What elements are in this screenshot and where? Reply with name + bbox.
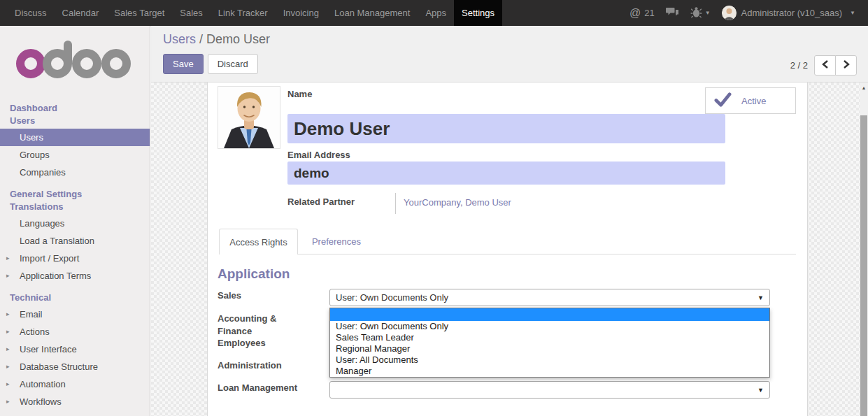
expand-arrow-icon: ▸ — [6, 358, 10, 375]
sales-option-sales-team-leader[interactable]: Sales Team Leader — [330, 332, 769, 343]
chevron-right-icon — [843, 59, 850, 72]
pager-value: 2 / 2 — [790, 60, 808, 71]
sales-options-dropdown: User: Own Documents Only Sales Team Lead… — [329, 308, 770, 378]
save-button[interactable]: Save — [163, 54, 204, 74]
breadcrumb-current: Demo User — [206, 32, 270, 46]
sales-select[interactable]: User: Own Documents Only ▼ — [329, 289, 770, 306]
breadcrumb-users-link[interactable]: Users — [163, 32, 196, 46]
tabs-divider — [219, 254, 796, 254]
sidebar-item-email[interactable]: ▸ Email — [0, 306, 150, 323]
sidebar-item-database-structure[interactable]: ▸ Database Structure — [0, 358, 150, 375]
record-pager: 2 / 2 — [790, 55, 857, 76]
loan-management-field-label: Loan Management — [218, 382, 297, 393]
nav-item-sales[interactable]: Sales — [172, 0, 211, 26]
email-input[interactable]: demo — [287, 162, 725, 185]
sidebar-item-import-export[interactable]: ▸ Import / Export — [0, 250, 150, 267]
user-menu[interactable]: Administrator (v10_saas) ▼ — [722, 6, 855, 20]
nav-item-loan-management[interactable]: Loan Management — [327, 0, 418, 26]
tab-access-rights[interactable]: Access Rights — [219, 229, 298, 254]
dropdown-arrow-icon: ▼ — [757, 294, 764, 301]
check-icon — [714, 92, 732, 110]
pager-next-button[interactable] — [835, 55, 857, 76]
discard-button[interactable]: Discard — [208, 54, 258, 74]
sales-option-manager[interactable]: Manager — [330, 366, 769, 377]
application-heading: Application — [218, 266, 290, 282]
sidebar-item-label: Email — [20, 309, 43, 320]
accounting-finance-field-label: Accounting & Finance — [218, 313, 294, 338]
chat-icon[interactable] — [666, 7, 679, 20]
bug-menu[interactable]: ▼ — [690, 6, 711, 20]
bug-icon — [690, 6, 702, 20]
chevron-left-icon — [822, 59, 829, 72]
employees-field-label: Employees — [218, 338, 266, 348]
email-label: Email Address — [287, 150, 350, 160]
vertical-scrollbar[interactable]: ▲ — [860, 83, 868, 416]
user-name-label: Administrator (v10_saas) — [741, 8, 843, 18]
sidebar-item-label: Actions — [20, 327, 50, 337]
sales-option-empty[interactable] — [330, 308, 769, 321]
field-divider — [395, 193, 396, 214]
sidebar-item-label: Import / Export — [20, 253, 79, 264]
expand-arrow-icon: ▸ — [6, 323, 10, 340]
form-sheet: Name Active Demo User Email Address demo… — [207, 83, 808, 416]
control-panel: Users / Demo User Save Discard 2 / 2 — [151, 26, 868, 83]
nav-item-invoicing[interactable]: Invoicing — [276, 0, 327, 26]
name-input[interactable]: Demo User — [287, 114, 725, 143]
related-partner-label: Related Partner — [287, 196, 355, 207]
scroll-up-icon[interactable]: ▲ — [860, 83, 868, 92]
sidebar-item-automation[interactable]: ▸ Automation — [0, 375, 150, 393]
navbar-menu: Discuss Calendar Sales Target Sales Link… — [7, 0, 502, 26]
sidebar-heading-dashboard[interactable]: Dashboard — [0, 102, 150, 115]
sidebar: Dashboard Users Users Groups Companies G… — [0, 26, 150, 416]
sidebar-item-calendar[interactable]: ▸ Calendar — [0, 410, 150, 416]
mention-icon: @ — [629, 7, 641, 20]
sales-option-user-own-documents[interactable]: User: Own Documents Only — [330, 321, 769, 332]
sidebar-item-application-terms[interactable]: ▸ Application Terms — [0, 267, 150, 285]
sidebar-heading-translations[interactable]: Translations — [0, 201, 150, 213]
nav-item-settings[interactable]: Settings — [454, 0, 502, 26]
nav-item-link-tracker[interactable]: Link Tracker — [211, 0, 276, 26]
scrollbar-thumb[interactable] — [860, 115, 867, 416]
sidebar-heading-technical[interactable]: Technical — [0, 292, 150, 304]
sidebar-item-companies[interactable]: Companies — [0, 164, 150, 181]
nav-item-calendar[interactable]: Calendar — [55, 0, 107, 26]
sidebar-heading-general-settings[interactable]: General Settings — [0, 188, 150, 201]
sidebar-item-label: Database Structure — [20, 361, 98, 372]
sidebar-heading-users[interactable]: Users — [0, 115, 150, 127]
loan-management-select[interactable]: ▼ — [329, 381, 770, 399]
name-label: Name — [287, 89, 312, 99]
sidebar-item-groups[interactable]: Groups — [0, 146, 150, 164]
active-label: Active — [741, 96, 766, 106]
user-photo[interactable] — [218, 87, 280, 148]
nav-item-apps[interactable]: Apps — [418, 0, 454, 26]
related-partner-link[interactable]: YourCompany, Demo User — [404, 197, 511, 208]
expand-arrow-icon: ▸ — [6, 340, 10, 358]
sidebar-item-load-a-translation[interactable]: Load a Translation — [0, 232, 150, 250]
sidebar-item-label: Automation — [20, 379, 66, 389]
odoo-logo[interactable] — [0, 26, 150, 102]
mentions-counter[interactable]: @ 21 — [629, 7, 655, 20]
tab-preferences[interactable]: Preferences — [298, 229, 375, 254]
mention-count: 21 — [644, 8, 654, 18]
sidebar-item-users[interactable]: Users — [0, 129, 150, 146]
nav-item-discuss[interactable]: Discuss — [7, 0, 55, 26]
top-navbar: Discuss Calendar Sales Target Sales Link… — [0, 0, 868, 26]
expand-arrow-icon: ▸ — [6, 250, 10, 267]
pager-previous-button[interactable] — [814, 55, 836, 76]
expand-arrow-icon: ▸ — [6, 306, 10, 323]
expand-arrow-icon: ▸ — [6, 267, 10, 285]
sidebar-item-label: User Interface — [20, 344, 77, 354]
nav-item-sales-target[interactable]: Sales Target — [106, 0, 172, 26]
sidebar-item-user-interface[interactable]: ▸ User Interface — [0, 340, 150, 358]
sales-option-user-all-documents[interactable]: User: All Documents — [330, 354, 769, 366]
breadcrumb-separator: / — [199, 32, 203, 46]
sidebar-item-languages[interactable]: Languages — [0, 215, 150, 232]
sidebar-item-label: Workflows — [20, 396, 62, 407]
administration-field-label: Administration — [218, 360, 282, 371]
expand-arrow-icon: ▸ — [6, 375, 10, 393]
sidebar-item-actions[interactable]: ▸ Actions — [0, 323, 150, 340]
sidebar-item-workflows[interactable]: ▸ Workflows — [0, 393, 150, 410]
sales-option-regional-manager[interactable]: Regional Manager — [330, 343, 769, 354]
caret-down-icon: ▼ — [705, 10, 711, 16]
active-checkbox[interactable]: Active — [705, 87, 796, 114]
